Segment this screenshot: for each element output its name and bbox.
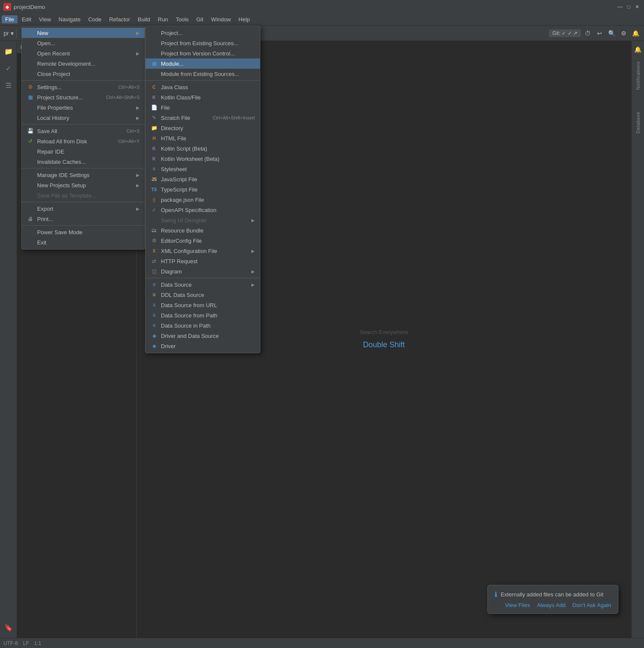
new-openapi-item[interactable]: ✓ OpenAPI Specification	[146, 205, 260, 215]
file-reload-item[interactable]: ↺ Reload All from Disk Ctrl+Alt+Y	[22, 136, 145, 146]
sidebar-bookmarks-icon[interactable]: 🔖	[2, 621, 15, 634]
menu-file[interactable]: File	[2, 15, 17, 23]
file-settings-item[interactable]: ⚙ Settings... Ctrl+Alt+S	[22, 82, 145, 92]
settings-btn[interactable]: ⚙	[618, 28, 629, 38]
diagram-icon: ◫	[151, 268, 157, 275]
file-menu-dropdown[interactable]: New ▶ Open... Open Recent ▶ Remote Devel…	[21, 26, 145, 250]
new-project-existing-item[interactable]: Project from Existing Sources...	[146, 38, 260, 48]
new-scratch-label: Scratch File	[161, 115, 201, 121]
project-structure-label: Project Structure...	[37, 94, 94, 101]
sidebar-commit-icon[interactable]: ✓	[2, 61, 15, 75]
new-directory-item[interactable]: 📁 Directory	[146, 123, 260, 133]
menu-refactor[interactable]: Refactor	[106, 15, 134, 23]
file-save-all-item[interactable]: 💾 Save All Ctrl+S	[22, 126, 145, 136]
new-kotlin-worksheet-item[interactable]: K Kotlin Worksheet (Beta)	[146, 154, 260, 164]
save-template-icon	[27, 192, 34, 199]
new-datasource-item[interactable]: ≡ Data Source ▶	[146, 279, 260, 290]
http-icon: ⇄	[151, 258, 157, 264]
project-dropdown-btn[interactable]: pr ▾	[3, 28, 14, 38]
history-btn[interactable]: ⏱	[583, 28, 593, 38]
file-properties-arrow: ▶	[136, 105, 140, 110]
file-properties-item[interactable]: File Properties ▶	[22, 102, 145, 113]
datasource-url-icon: ≡	[151, 302, 157, 308]
file-properties-icon	[27, 104, 34, 111]
new-xml-item[interactable]: X XML Configuration File ▶	[146, 246, 260, 256]
file-power-save-item[interactable]: Power Save Mode	[22, 227, 145, 237]
file-exit-item[interactable]: Exit	[22, 237, 145, 247]
manage-ide-icon	[27, 171, 34, 178]
new-http-item[interactable]: ⇄ HTTP Request	[146, 256, 260, 266]
new-driver-item[interactable]: ◈ Driver	[146, 341, 260, 351]
new-packagejson-item[interactable]: {} package.json File	[146, 195, 260, 205]
new-datasource-path-item[interactable]: ≡ Data Source from Path	[146, 310, 260, 320]
new-js-item[interactable]: JS JavaScript File	[146, 174, 260, 184]
file-invalidate-item[interactable]: Invalidate Caches...	[22, 157, 145, 167]
reload-shortcut: Ctrl+Alt+Y	[118, 139, 140, 144]
database-tab[interactable]: Database	[634, 108, 642, 137]
new-java-class-item[interactable]: C Java Class	[146, 82, 260, 92]
close-button[interactable]: ✕	[634, 3, 641, 10]
menu-navigate[interactable]: Navigate	[55, 15, 84, 23]
settings-label: Settings...	[37, 84, 106, 90]
new-module-existing-item[interactable]: Module from Existing Sources...	[146, 69, 260, 79]
new-stylesheet-label: Stylesheet	[161, 166, 255, 172]
new-datasource-inpath-item[interactable]: ≡ Data Source in Path	[146, 320, 260, 331]
new-kotlin-script-item[interactable]: K Kotlin Script (Beta)	[146, 143, 260, 154]
new-editorconfig-item[interactable]: ⚙ EditorConfig File	[146, 235, 260, 246]
new-module-item[interactable]: ▦ Module...	[146, 58, 260, 69]
file-project-structure-item[interactable]: ▦ Project Structure... Ctrl+Alt+Shift+S	[22, 92, 145, 102]
new-datasource-url-item[interactable]: ≡ Data Source from URL	[146, 300, 260, 310]
new-resource-bundle-item[interactable]: 🗂 Resource Bundle	[146, 225, 260, 235]
file-export-item[interactable]: Export ▶	[22, 203, 145, 214]
new-diagram-item[interactable]: ◫ Diagram ▶	[146, 266, 260, 276]
menu-run[interactable]: Run	[154, 15, 172, 23]
menu-code[interactable]: Code	[85, 15, 105, 23]
kotlin-worksheet-icon: K	[151, 155, 157, 162]
file-open-item[interactable]: Open...	[22, 38, 145, 48]
file-local-history-item[interactable]: Local History ▶	[22, 113, 145, 123]
maximize-button[interactable]: □	[625, 3, 632, 10]
new-html-label: HTML File	[161, 135, 255, 142]
menu-window[interactable]: Window	[208, 15, 234, 23]
new-submenu-dropdown[interactable]: Project... Project from Existing Sources…	[145, 26, 260, 353]
file-new-projects-item[interactable]: New Projects Setup ▶	[22, 180, 145, 190]
file-close-project-item[interactable]: Close Project	[22, 69, 145, 79]
sidebar-structure-icon[interactable]: ☰	[2, 78, 15, 92]
file-print-item[interactable]: 🖨 Print...	[22, 214, 145, 224]
menu-edit[interactable]: Edit	[18, 15, 35, 23]
new-resource-bundle-label: Resource Bundle	[161, 227, 255, 234]
new-file-item[interactable]: 📄 File	[146, 102, 260, 113]
notifications-sidebar-icon[interactable]: 🔔	[633, 44, 643, 55]
new-ddl-datasource-item[interactable]: ≡ DDL Data Source	[146, 290, 260, 300]
menu-build[interactable]: Build	[134, 15, 154, 23]
new-driver-datasource-item[interactable]: ◈ Driver and Data Source	[146, 331, 260, 341]
file-remote-dev-item[interactable]: Remote Development...	[22, 58, 145, 69]
directory-icon: 📁	[151, 125, 157, 131]
file-manage-ide-item[interactable]: Manage IDE Settings ▶	[22, 170, 145, 180]
new-project-vcs-item[interactable]: Project from Version Control...	[146, 48, 260, 58]
file-repair-item[interactable]: Repair IDE	[22, 146, 145, 157]
notifications-tab[interactable]: Notifications	[634, 58, 642, 93]
new-ts-item[interactable]: TS TypeScript File	[146, 184, 260, 195]
menu-view[interactable]: View	[35, 15, 54, 23]
new-kotlin-class-item[interactable]: K Kotlin Class/File	[146, 92, 260, 102]
file-new-item[interactable]: New ▶	[22, 28, 145, 38]
new-stylesheet-item[interactable]: # Stylesheet	[146, 164, 260, 174]
menu-help[interactable]: Help	[235, 15, 254, 23]
sidebar-project-icon[interactable]: 📁	[2, 44, 15, 58]
undo-btn[interactable]: ↩	[594, 28, 605, 38]
menu-git[interactable]: Git	[193, 15, 207, 23]
resource-bundle-icon: 🗂	[151, 227, 157, 234]
search-btn[interactable]: 🔍	[606, 28, 617, 38]
invalidate-label: Invalidate Caches...	[37, 159, 140, 165]
new-sep-1	[146, 80, 260, 81]
file-open-recent-item[interactable]: Open Recent ▶	[22, 48, 145, 58]
menu-tools[interactable]: Tools	[172, 15, 192, 23]
notifications-btn[interactable]: 🔔	[630, 28, 641, 38]
new-directory-label: Directory	[161, 125, 255, 131]
new-html-item[interactable]: H HTML File	[146, 133, 260, 143]
new-project-item[interactable]: Project...	[146, 28, 260, 38]
new-scratch-item[interactable]: ✎ Scratch File Ctrl+Alt+Shift+Insert	[146, 113, 260, 123]
minimize-button[interactable]: —	[617, 3, 624, 10]
html-icon: H	[151, 135, 157, 142]
